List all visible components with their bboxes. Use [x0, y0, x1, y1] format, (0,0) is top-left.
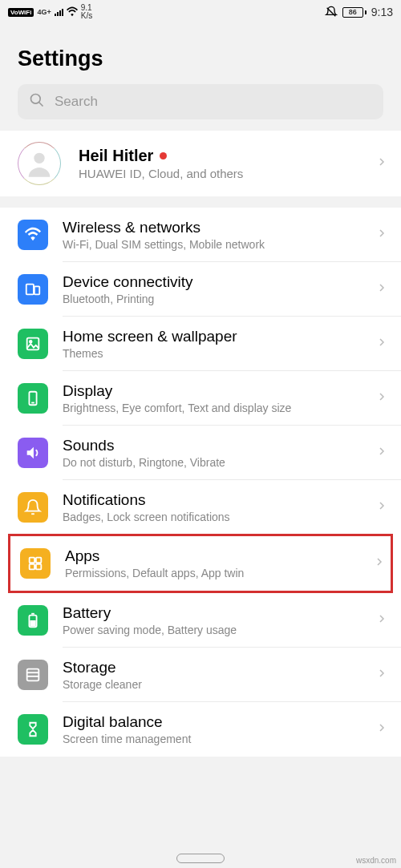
row-notifications[interactable]: Notifications Badges, Lock screen notifi…	[0, 480, 401, 535]
apps-highlight: Apps Permissions, Default apps, App twin	[8, 534, 393, 593]
chevron-right-icon	[375, 554, 384, 573]
profile-name: Heil Hitler	[79, 147, 243, 165]
search-input[interactable]: Search	[18, 84, 383, 119]
row-title: Apps	[65, 547, 244, 565]
storage-icon	[18, 660, 48, 690]
row-apps[interactable]: Apps Permissions, Default apps, App twin	[10, 536, 391, 591]
page-title: Settings	[0, 24, 401, 84]
row-sub: Bluetooth, Printing	[63, 293, 193, 305]
row-home-wallpaper[interactable]: Home screen & wallpaper Themes	[0, 317, 401, 371]
row-sub: Power saving mode, Battery usage	[63, 624, 237, 636]
row-storage[interactable]: Storage Storage cleaner	[0, 648, 401, 702]
notification-dot-icon	[160, 152, 167, 159]
chevron-right-icon	[377, 443, 387, 462]
svg-rect-10	[36, 558, 41, 563]
bell-icon	[18, 492, 48, 523]
svg-rect-3	[26, 285, 34, 295]
watermark: wsxdn.com	[356, 856, 396, 865]
search-icon	[29, 92, 45, 112]
row-battery[interactable]: Battery Power saving mode, Battery usage	[0, 593, 401, 648]
chevron-right-icon	[377, 225, 387, 244]
chevron-right-icon	[377, 720, 387, 739]
speaker-icon	[18, 438, 48, 468]
data-speed: 9.1 K/s	[81, 4, 92, 20]
row-title: Battery	[63, 604, 237, 622]
mute-icon	[325, 6, 338, 18]
chevron-right-icon	[377, 498, 387, 517]
svg-point-0	[31, 94, 41, 103]
battery-icon	[18, 605, 48, 636]
row-title: Storage	[63, 659, 142, 676]
row-sub: Storage cleaner	[63, 678, 142, 691]
row-digital-balance[interactable]: Digital balance Screen time management	[0, 702, 401, 757]
row-title: Sounds	[63, 437, 225, 454]
wifi-icon	[67, 6, 78, 18]
row-sub: Permissions, Default apps, App twin	[65, 567, 244, 579]
profile-row[interactable]: Heil Hitler HUAWEI ID, Cloud, and others	[0, 131, 401, 196]
row-sub: Brightness, Eye comfort, Text and displa…	[63, 402, 291, 414]
row-wireless-networks[interactable]: Wireless & networks Wi-Fi, Dual SIM sett…	[0, 208, 401, 262]
avatar	[18, 142, 61, 185]
svg-line-1	[39, 102, 43, 106]
row-title: Display	[63, 382, 291, 400]
row-title: Home screen & wallpaper	[63, 328, 237, 345]
row-sounds[interactable]: Sounds Do not disturb, Ringtone, Vibrate	[0, 426, 401, 480]
row-title: Digital balance	[63, 713, 191, 731]
battery-indicator: 86	[342, 7, 367, 18]
chevron-right-icon	[377, 280, 387, 299]
search-placeholder: Search	[55, 94, 98, 110]
row-display[interactable]: Display Brightness, Eye comfort, Text an…	[0, 371, 401, 426]
phone-icon	[18, 383, 48, 414]
svg-rect-15	[30, 621, 35, 626]
svg-rect-12	[36, 564, 41, 569]
profile-sub: HUAWEI ID, Cloud, and others	[79, 167, 243, 180]
nav-handle[interactable]	[176, 854, 225, 863]
row-title: Device connectivity	[63, 273, 193, 291]
image-icon	[18, 329, 48, 359]
svg-rect-9	[30, 558, 34, 563]
row-sub: Screen time management	[63, 733, 191, 745]
row-sub: Themes	[63, 347, 237, 360]
chevron-right-icon	[377, 611, 387, 630]
wifi-square-icon	[18, 220, 48, 250]
vowifi-badge: VoWiFi	[8, 8, 34, 17]
svg-rect-16	[27, 669, 39, 681]
clock: 9:13	[371, 6, 393, 18]
hourglass-icon	[18, 714, 48, 745]
signal-bars-icon	[55, 8, 63, 16]
chevron-right-icon	[377, 334, 387, 353]
chevron-right-icon	[377, 665, 387, 684]
devices-icon	[18, 274, 48, 305]
svg-point-2	[34, 153, 44, 164]
apps-grid-icon	[20, 548, 51, 579]
row-sub: Wi-Fi, Dual SIM settings, Mobile network	[63, 238, 265, 251]
svg-point-6	[30, 341, 32, 343]
row-sub: Do not disturb, Ringtone, Vibrate	[63, 456, 225, 469]
svg-rect-4	[34, 286, 39, 294]
svg-rect-11	[30, 564, 34, 569]
row-title: Notifications	[63, 491, 230, 509]
chevron-right-icon	[377, 154, 387, 173]
svg-rect-5	[27, 338, 39, 350]
chevron-right-icon	[377, 389, 387, 408]
status-bar: VoWiFi 4G+ 9.1 K/s 86 9:13	[0, 0, 401, 24]
network-gen: 4G+	[37, 8, 51, 16]
row-sub: Badges, Lock screen notifications	[63, 511, 230, 523]
row-title: Wireless & networks	[63, 219, 265, 236]
row-device-connectivity[interactable]: Device connectivity Bluetooth, Printing	[0, 262, 401, 317]
